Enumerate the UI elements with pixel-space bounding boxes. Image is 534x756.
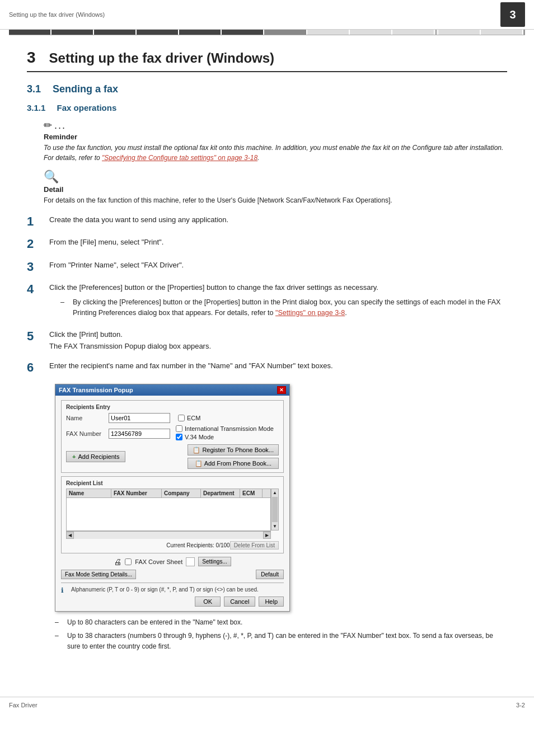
v34-mode-row: V.34 Mode [176, 434, 274, 440]
fax-cover-row: 🖨 FAX Cover Sheet Settings... [61, 557, 284, 566]
cover-sheet-count[interactable] [186, 557, 195, 566]
dialog-title: FAX Transmission Popup [59, 387, 133, 393]
bullet-notes-list: – Up to 80 characters can be entered in … [55, 617, 507, 652]
detail-box: 🔍 Detail For details on the fax function… [44, 170, 507, 205]
note-dots: ... [54, 120, 66, 132]
default-button[interactable]: Default [256, 570, 284, 579]
step-5-number: 5 [27, 329, 40, 344]
top-bar-title: Setting up the fax driver (Windows) [9, 11, 105, 18]
intl-mode-checkbox[interactable] [176, 425, 182, 432]
bullet-note-2-text: Up to 38 characters (numbers 0 through 9… [67, 631, 507, 652]
h-scroll-left[interactable]: ◀ [66, 532, 74, 539]
plus-icon: + [72, 453, 76, 460]
intl-mode-row: International Transmission Mode [176, 425, 274, 432]
fax-number-input[interactable] [109, 429, 170, 439]
magnifier-icon: 🔍 [44, 170, 507, 184]
add-recipients-button[interactable]: + Add Recipients [66, 451, 125, 462]
name-input[interactable] [109, 413, 170, 423]
v34-mode-checkbox[interactable] [176, 434, 182, 440]
fax-number-label: FAX Number [66, 430, 105, 437]
cancel-button[interactable]: Cancel [224, 597, 255, 607]
fax-number-row: FAX Number International Transmission Mo… [66, 425, 279, 442]
ok-button[interactable]: OK [195, 597, 221, 607]
bullet-dash-1: – [55, 617, 63, 628]
steps-list: 1 Create the data you want to send using… [27, 214, 507, 375]
step-3-text: From "Printer Name", select "FAX Driver"… [49, 260, 507, 271]
table-header: Name FAX Number Company Department ECM [66, 489, 271, 497]
dialog-info-row: ℹ Alphanumeric (P, T or 0 - 9) or sign (… [61, 586, 284, 594]
chapter-title: Setting up the fax driver (Windows) [49, 50, 274, 66]
page-footer: Fax Driver 3-2 [0, 697, 534, 713]
pb-seg-2 [51, 30, 93, 35]
chapter-badge: 3 [500, 2, 525, 27]
help-button[interactable]: Help [259, 597, 284, 607]
dialog-screenshot: FAX Transmission Popup ✕ Recipients Entr… [55, 384, 507, 612]
reminder-link[interactable]: "Specifying the Configure tab settings" … [102, 154, 257, 162]
pb-seg-3 [94, 30, 135, 35]
chapter-number: 3 [27, 49, 36, 67]
phone-book-buttons: 📋 Register To Phone Book... 📋 Add From P… [188, 444, 279, 469]
bullet-note-2: – Up to 38 characters (numbers 0 through… [55, 631, 507, 652]
v-scroll-up[interactable]: ▲ [271, 489, 278, 496]
v-scroll-thumb[interactable] [272, 497, 278, 522]
h-scrollbar[interactable]: ◀ ▶ [66, 531, 271, 539]
dialog-close-button[interactable]: ✕ [277, 386, 286, 394]
add-phone-icon: 📋 [195, 460, 203, 467]
top-bar: Setting up the fax driver (Windows) 3 [0, 0, 534, 30]
step-2-text: From the [File] menu, select "Print". [49, 237, 507, 248]
register-phone-book-button[interactable]: 📋 Register To Phone Book... [188, 444, 279, 456]
pb-seg-4 [137, 30, 178, 35]
info-text: Alphanumeric (P, T or 0 - 9) or sign (#,… [71, 586, 259, 593]
v34-mode-label: V.34 Mode [185, 434, 214, 440]
footer-right: 3-2 [516, 702, 525, 708]
recipient-count: Current Recipients: 0/100 [166, 542, 229, 548]
phone-book-icon: 📋 [193, 447, 200, 453]
ecm-label: ECM [187, 415, 200, 421]
step-3: 3 From "Printer Name", select "FAX Drive… [27, 260, 507, 274]
pb-seg-11 [438, 30, 480, 35]
step-4-text: Click the [Preferences] button or the [P… [49, 282, 507, 321]
pb-seg-7 [264, 30, 306, 35]
bullet-note-1: – Up to 80 characters can be entered in … [55, 617, 507, 628]
v-scroll-down[interactable]: ▼ [271, 523, 278, 530]
add-from-phone-book-button[interactable]: 📋 Add From Phone Book... [188, 458, 279, 469]
pb-seg-6 [222, 30, 263, 35]
step-4-sub-dash: – [60, 297, 68, 318]
chapter-heading: 3 Setting up the fax driver (Windows) [27, 49, 507, 72]
recipient-list-label: Recipient List [66, 480, 279, 486]
pb-seg-10 [392, 30, 434, 35]
intl-mode-label: International Transmission Mode [185, 425, 274, 432]
settings-button[interactable]: Settings... [198, 557, 231, 566]
step-4-sub-link[interactable]: "Settings" on page 3-8 [275, 309, 345, 317]
reminder-title: Reminder [44, 133, 507, 141]
col-dept: Department [201, 489, 240, 497]
fax-transmission-dialog: FAX Transmission Popup ✕ Recipients Entr… [55, 384, 290, 612]
fax-cover-checkbox[interactable] [125, 558, 132, 565]
name-row: Name ECM [66, 413, 279, 423]
bullet-note-1-text: Up to 80 characters can be entered in th… [67, 617, 242, 628]
pb-seg-9 [350, 30, 391, 35]
section-3-1-1-heading: 3.1.1 Fax operations [27, 103, 507, 112]
step-6-number: 6 [27, 360, 40, 375]
recipients-entry-label: Recipients Entry [66, 404, 279, 410]
delete-from-list-button[interactable]: Delete From List [230, 541, 279, 550]
dialog-separator [61, 583, 284, 583]
dialog-action-buttons: OK Cancel Help [61, 597, 284, 607]
col-fax: FAX Number [111, 489, 162, 497]
pb-seg-mid [435, 30, 437, 35]
step-4-sub-text: By clicking the [Preferences] button or … [73, 297, 507, 318]
step-2: 2 From the [File] menu, select "Print". [27, 237, 507, 251]
pb-seg-right [523, 30, 525, 35]
ecm-checkbox[interactable] [178, 415, 185, 421]
ecm-area: ECM [178, 415, 200, 421]
top-bar-right: 3 [500, 2, 525, 27]
reminder-text: To use the fax function, you must instal… [44, 143, 507, 163]
col-name: Name [67, 489, 111, 497]
step-4-number: 4 [27, 282, 40, 297]
fax-mode-button[interactable]: Fax Mode Setting Details... [61, 570, 136, 579]
reminder-icon: ✏ ... [44, 119, 507, 132]
h-scroll-track [74, 532, 263, 539]
h-scroll-right[interactable]: ▶ [263, 532, 271, 539]
step-6: 6 Enter the recipient's name and fax num… [27, 360, 507, 375]
col-ecm: ECM [240, 489, 263, 497]
